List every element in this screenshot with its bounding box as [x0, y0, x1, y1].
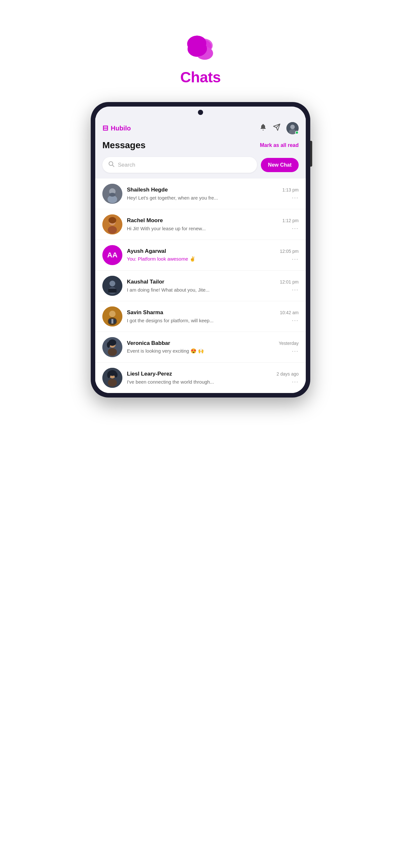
chat-item-ayush[interactable]: AA Ayush Agarwal 12:05 pm You: Platform … — [95, 240, 306, 271]
bell-icon[interactable] — [259, 123, 267, 133]
chat-preview-liesl: I've been connecting the world through..… — [127, 379, 289, 384]
more-options-savin[interactable]: ··· — [292, 317, 299, 324]
chat-preview-shailesh: Hey! Let's get together, when are you fr… — [127, 195, 289, 200]
chat-time-veronica: Yesterday — [279, 341, 299, 346]
search-icon — [108, 161, 115, 169]
phone-notch — [95, 106, 306, 118]
more-options-ayush[interactable]: ··· — [292, 256, 299, 262]
user-avatar-nav[interactable] — [286, 122, 299, 134]
chat-time-kaushal: 12:01 pm — [280, 279, 299, 284]
more-options-veronica[interactable]: ··· — [292, 348, 299, 354]
app-content: ⊟ Hubilo — [95, 118, 306, 393]
top-nav: ⊟ Hubilo — [95, 118, 306, 137]
chat-body-shailesh: Shailesh Hegde 1:13 pm Hey! Let's get to… — [127, 187, 299, 201]
avatar-veronica — [102, 337, 122, 357]
more-options-liesl[interactable]: ··· — [292, 378, 299, 385]
chat-time-ayush: 12:05 pm — [280, 249, 299, 254]
new-chat-button[interactable]: New Chat — [261, 158, 299, 172]
avatar-liesl — [102, 368, 122, 388]
brand-logo: ⊟ — [102, 125, 108, 132]
svg-point-27 — [109, 311, 116, 317]
chat-time-savin: 10:42 am — [280, 310, 299, 315]
chats-icon-svg — [186, 38, 215, 63]
chat-top-liesl: Liesl Leary-Perez 2 days ago — [127, 371, 299, 377]
chat-preview-veronica: Event is looking very exciting 😍 🙌 — [127, 348, 289, 354]
svg-point-20 — [109, 217, 116, 223]
chat-preview-savin: I got the designs for platform, will kee… — [127, 318, 289, 323]
chat-top-veronica: Veronica Babbar Yesterday — [127, 340, 299, 346]
svg-rect-30 — [112, 319, 113, 323]
front-camera — [198, 110, 203, 115]
svg-point-23 — [110, 281, 115, 286]
chat-bottom-rachel: Hi Jit! With your lease up for renew... … — [127, 225, 299, 232]
svg-point-17 — [109, 193, 116, 197]
brand-name: Hubilo — [111, 125, 131, 132]
chat-item-kaushal[interactable]: Kaushal Tailor 12:01 pm I am doing fine!… — [95, 271, 306, 301]
chat-item-shailesh[interactable]: Shailesh Hegde 1:13 pm Hey! Let's get to… — [95, 179, 306, 209]
chat-name-liesl: Liesl Leary-Perez — [127, 371, 172, 377]
phone-inner: ⊟ Hubilo — [95, 106, 306, 393]
avatar-savin — [102, 306, 122, 327]
chat-name-veronica: Veronica Babbar — [127, 340, 170, 346]
chat-list: Shailesh Hegde 1:13 pm Hey! Let's get to… — [95, 179, 306, 393]
chat-bottom-kaushal: I am doing fine! What about you, Jite...… — [127, 286, 299, 293]
chat-name-rachel: Rachel Moore — [127, 217, 163, 224]
brand[interactable]: ⊟ Hubilo — [102, 125, 131, 132]
chat-preview-kaushal: I am doing fine! What about you, Jite... — [127, 287, 289, 292]
phone-frame: ⊟ Hubilo — [91, 102, 310, 398]
svg-point-34 — [107, 342, 110, 348]
page-title: Chats — [180, 68, 220, 86]
chat-preview-ayush: You: Platform look awesome ✌️ — [127, 256, 289, 262]
chat-body-rachel: Rachel Moore 1:12 pm Hi Jit! With your l… — [127, 217, 299, 232]
messages-header: Messages Mark as all read — [95, 137, 306, 155]
chat-time-rachel: 1:12 pm — [282, 218, 299, 223]
online-indicator — [295, 131, 299, 134]
avatar-rachel — [102, 214, 122, 235]
nav-icons — [259, 122, 299, 134]
svg-rect-25 — [108, 289, 117, 292]
svg-point-39 — [107, 372, 111, 378]
avatar-shailesh — [102, 184, 122, 204]
chat-bottom-liesl: I've been connecting the world through..… — [127, 378, 299, 385]
chat-top-shailesh: Shailesh Hegde 1:13 pm — [127, 187, 299, 193]
chat-body-ayush: Ayush Agarwal 12:05 pm You: Platform loo… — [127, 248, 299, 262]
svg-point-21 — [108, 226, 117, 234]
avatar-ayush: AA — [102, 245, 122, 265]
svg-point-10 — [290, 125, 295, 129]
search-placeholder: Search — [118, 162, 135, 168]
chat-item-veronica[interactable]: Veronica Babbar Yesterday Event is looki… — [95, 332, 306, 363]
mark-all-read-button[interactable]: Mark as all read — [260, 143, 299, 148]
page-header: Chats — [180, 32, 220, 86]
chat-body-liesl: Liesl Leary-Perez 2 days ago I've been c… — [127, 371, 299, 385]
avatar-kaushal — [102, 276, 122, 296]
chat-top-kaushal: Kaushal Tailor 12:01 pm — [127, 279, 299, 285]
more-options-shailesh[interactable]: ··· — [292, 194, 299, 201]
chat-top-ayush: Ayush Agarwal 12:05 pm — [127, 248, 299, 254]
chat-body-kaushal: Kaushal Tailor 12:01 pm I am doing fine!… — [127, 279, 299, 293]
chat-item-savin[interactable]: Savin Sharma 10:42 am I got the designs … — [95, 301, 306, 332]
chat-top-rachel: Rachel Moore 1:12 pm — [127, 217, 299, 224]
chat-name-savin: Savin Sharma — [127, 309, 163, 316]
chat-time-liesl: 2 days ago — [277, 371, 299, 376]
svg-line-13 — [113, 165, 114, 167]
svg-point-41 — [108, 379, 117, 386]
more-options-kaushal[interactable]: ··· — [292, 286, 299, 293]
search-bar[interactable]: Search — [102, 157, 257, 173]
search-row: Search New Chat — [95, 155, 306, 179]
chat-time-shailesh: 1:13 pm — [282, 187, 299, 192]
chat-bottom-savin: I got the designs for platform, will kee… — [127, 317, 299, 324]
svg-point-8 — [188, 41, 207, 57]
send-icon[interactable] — [273, 123, 281, 133]
chat-body-veronica: Veronica Babbar Yesterday Event is looki… — [127, 340, 299, 354]
chat-name-kaushal: Kaushal Tailor — [127, 279, 164, 285]
chat-preview-rachel: Hi Jit! With your lease up for renew... — [127, 226, 289, 231]
chat-body-savin: Savin Sharma 10:42 am I got the designs … — [127, 309, 299, 324]
chat-item-liesl[interactable]: Liesl Leary-Perez 2 days ago I've been c… — [95, 363, 306, 393]
svg-point-35 — [108, 348, 117, 356]
chat-item-rachel[interactable]: Rachel Moore 1:12 pm Hi Jit! With your l… — [95, 209, 306, 240]
messages-title: Messages — [102, 140, 146, 151]
more-options-rachel[interactable]: ··· — [292, 225, 299, 232]
chat-name-ayush: Ayush Agarwal — [127, 248, 166, 254]
svg-point-12 — [109, 162, 113, 166]
chat-top-savin: Savin Sharma 10:42 am — [127, 309, 299, 316]
